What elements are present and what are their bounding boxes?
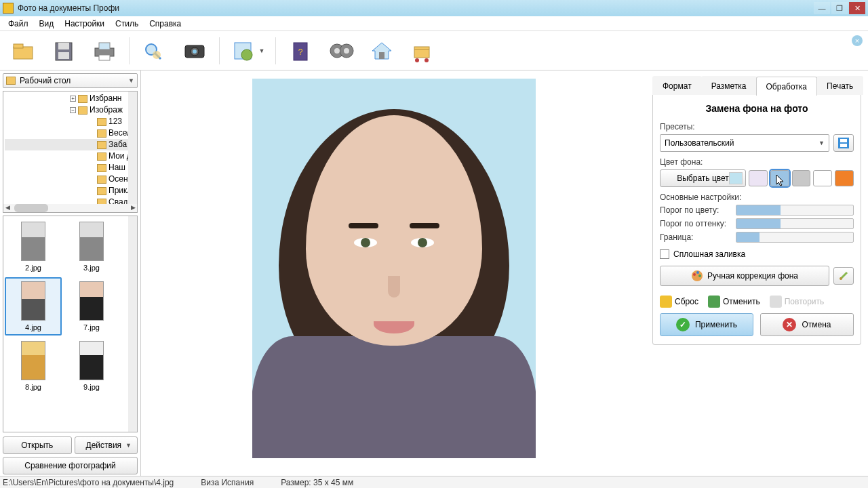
thumbnail[interactable]: 9.jpg <box>63 337 120 395</box>
svg-point-13 <box>193 49 197 54</box>
close-button[interactable]: ✕ <box>849 2 865 14</box>
thumbs-vscrollbar[interactable] <box>128 216 137 432</box>
tool-home[interactable] <box>363 35 401 67</box>
save-preset-button[interactable] <box>833 134 854 152</box>
menu-file[interactable]: Файл <box>3 18 34 30</box>
titlebar: Фото на документы Профи — ❐ ✕ <box>0 0 868 16</box>
check-icon: ✓ <box>676 318 690 331</box>
toolbar-separator <box>275 37 276 64</box>
open-button[interactable]: Открыть <box>3 436 72 454</box>
status-bar: E:\Users\En\Pictures\фото на документы\4… <box>0 476 868 488</box>
app-icon <box>3 3 14 14</box>
chevron-down-icon: ▼ <box>128 77 134 84</box>
slider-border[interactable] <box>736 232 854 243</box>
chevron-down-icon: ▼ <box>818 140 825 146</box>
tool-zoom[interactable] <box>135 35 173 67</box>
thumbnail[interactable]: 7.jpg <box>63 277 120 336</box>
svg-point-10 <box>153 51 161 59</box>
minimize-button[interactable]: — <box>814 2 830 14</box>
swatch[interactable] <box>835 170 854 186</box>
actions-button[interactable]: Действия▼ <box>75 436 138 454</box>
swatch[interactable] <box>792 170 811 186</box>
svg-rect-3 <box>58 43 69 49</box>
thumbnail[interactable]: 8.jpg <box>5 337 62 395</box>
folder-tree[interactable]: +Избранн −Изображ 123 Весел Заба Мои д Н… <box>3 91 138 213</box>
thumbnail[interactable]: 2.jpg <box>5 218 62 276</box>
svg-rect-29 <box>840 139 847 142</box>
tab-print[interactable]: Печать <box>816 76 863 95</box>
tool-video[interactable] <box>322 35 360 67</box>
panel-title: Замена фона на фото <box>660 103 854 114</box>
apply-button[interactable]: ✓ Применить <box>660 313 753 336</box>
tool-help[interactable]: ? <box>281 35 319 67</box>
menu-view[interactable]: Вид <box>34 18 60 30</box>
preset-select[interactable]: Пользовательский▼ <box>660 134 829 152</box>
tool-photo-settings[interactable]: ▼ <box>225 35 270 67</box>
palette-icon <box>691 270 703 282</box>
toolbar: ▼ ? × <box>0 31 868 70</box>
tab-layout[interactable]: Разметка <box>701 76 757 95</box>
svg-point-20 <box>334 48 340 54</box>
svg-point-27 <box>425 58 429 62</box>
close-icon: ✕ <box>783 318 796 331</box>
undo-button[interactable]: Отменить <box>708 296 760 308</box>
right-panel: Формат Разметка Обработка Печать Замена … <box>647 70 868 477</box>
svg-point-21 <box>344 48 349 54</box>
photo-preview[interactable] <box>252 79 536 458</box>
svg-rect-1 <box>14 44 23 48</box>
tool-camera[interactable] <box>176 35 214 67</box>
reset-button[interactable]: Сброс <box>660 296 698 308</box>
svg-rect-0 <box>14 47 33 59</box>
save-icon <box>838 138 849 148</box>
thumbnail-grid: 2.jpg 3.jpg 4.jpg 7.jpg 8.jpg 9.jpg <box>3 216 138 432</box>
menubar: Файл Вид Настройки Стиль Справка <box>0 16 868 31</box>
tool-shop[interactable] <box>403 35 441 67</box>
menu-style[interactable]: Стиль <box>110 18 144 30</box>
undo-icon <box>708 296 720 308</box>
choose-color-button[interactable]: Выбрать цвет <box>660 169 746 187</box>
svg-rect-7 <box>99 55 110 60</box>
svg-rect-6 <box>99 43 110 49</box>
tool-print[interactable] <box>85 35 123 67</box>
tree-vscrollbar[interactable] <box>128 92 137 204</box>
swatch[interactable] <box>813 170 832 186</box>
maximize-button[interactable]: ❐ <box>831 2 848 14</box>
slider-color-threshold[interactable] <box>736 205 854 216</box>
canvas-area <box>141 70 647 477</box>
solid-fill-checkbox[interactable] <box>660 249 669 259</box>
svg-rect-30 <box>840 144 847 147</box>
color-sample <box>729 172 743 184</box>
svg-rect-4 <box>58 52 69 59</box>
compare-button[interactable]: Сравнение фотографий <box>3 457 138 474</box>
tab-processing[interactable]: Обработка <box>756 77 818 96</box>
reset-icon <box>660 296 672 308</box>
svg-point-26 <box>415 58 419 62</box>
tab-format[interactable]: Формат <box>652 76 702 95</box>
menu-settings[interactable]: Настройки <box>59 18 110 30</box>
tool-save[interactable] <box>45 35 83 67</box>
tool-open[interactable] <box>4 35 42 67</box>
svg-rect-24 <box>414 47 429 58</box>
swatch[interactable] <box>749 170 768 186</box>
manual-correction-button[interactable]: Ручная коррекция фона <box>660 266 829 286</box>
folder-combo[interactable]: Рабочий стол ▼ <box>3 73 138 88</box>
window-title: Фото на документы Профи <box>18 3 812 13</box>
thumbnail[interactable]: 3.jpg <box>63 218 120 276</box>
svg-rect-23 <box>379 52 384 59</box>
tree-hscrollbar[interactable]: ◀▶ <box>3 204 137 212</box>
thumbnail[interactable]: 4.jpg <box>5 277 62 336</box>
status-size: Размер: 35 x 45 мм <box>281 478 353 487</box>
svg-text:?: ? <box>298 47 303 57</box>
eyedropper-button[interactable] <box>833 267 854 285</box>
cursor-icon <box>775 175 786 188</box>
bgcolor-label: Цвет фона: <box>660 157 854 167</box>
redo-icon <box>770 296 782 308</box>
status-path: E:\Users\En\Pictures\фото на документы\4… <box>3 478 174 487</box>
swatch[interactable] <box>770 170 789 186</box>
folder-icon <box>6 77 16 85</box>
cancel-button[interactable]: ✕ Отмена <box>760 313 854 336</box>
menu-help[interactable]: Справка <box>144 18 186 30</box>
toolbar-hint-close-icon[interactable]: × <box>852 35 863 46</box>
slider-hue-threshold[interactable] <box>736 218 854 229</box>
redo-button[interactable]: Повторить <box>770 296 825 308</box>
